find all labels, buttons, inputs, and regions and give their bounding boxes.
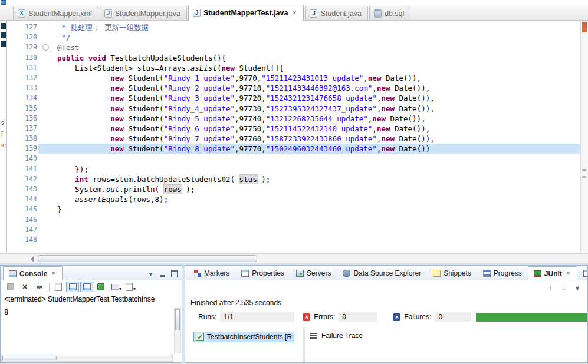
annotation-ruler-cell[interactable] <box>8 22 19 32</box>
pin-console-icon[interactable] <box>94 282 107 292</box>
open-console-icon[interactable] <box>123 282 136 292</box>
code-line-147[interactable]: 147 <box>8 225 580 235</box>
editor-tab-studentmapper-java[interactable]: StudentMapper.java <box>100 6 187 20</box>
view-menu-icon[interactable] <box>573 284 582 292</box>
code-line-141[interactable]: 141 }); <box>8 164 580 174</box>
code-line-137[interactable]: 137 new Student("Rindy_6_update",97750,"… <box>8 124 580 134</box>
view-tab-properties[interactable]: Properties <box>235 266 290 280</box>
annotation-ruler-cell[interactable] <box>8 204 19 214</box>
annotation-ruler-cell[interactable] <box>8 93 19 103</box>
console-output[interactable]: 8 <box>1 304 182 320</box>
view-tab-sql-r[interactable]: SQL R <box>577 266 587 280</box>
scrollbar-thumb[interactable] <box>175 309 180 330</box>
junit-icon <box>534 270 541 277</box>
code-line-142[interactable]: 142 int rows=stum.batchUpdateStudents02(… <box>8 174 580 184</box>
occurrence-marker[interactable] <box>582 169 586 171</box>
code-line-128[interactable]: 128 */ <box>8 32 580 42</box>
code-line-132[interactable]: 132 new Student("Rindy_1_update",9770,"1… <box>8 73 580 83</box>
editor-tab-studentmapper-xml[interactable]: StudentMapper.xml <box>13 6 98 20</box>
annotation-ruler-cell[interactable] <box>8 164 19 174</box>
close-icon[interactable] <box>50 270 57 277</box>
code-line-136[interactable]: 136 new Student("Rindy_5_update",97740,"… <box>8 114 580 124</box>
servers-icon <box>296 270 304 277</box>
annotation-ruler-cell[interactable] <box>8 83 19 93</box>
previous-failure-icon[interactable] <box>546 284 554 292</box>
maximize-icon[interactable] <box>170 270 178 277</box>
view-tab-markers[interactable]: Markers <box>188 266 235 280</box>
console-vertical-scrollbar[interactable] <box>174 308 181 353</box>
annotation-ruler-cell[interactable] <box>8 53 19 63</box>
code-line-139[interactable]: 139 new Student("Rindy_8_update",97770,"… <box>8 144 580 154</box>
view-tab-data-source-explorer[interactable]: Data Source Explorer <box>337 266 427 280</box>
display-console-icon[interactable] <box>109 282 121 292</box>
code-line-135[interactable]: 135 new Student("Rindy_4_update",97730,"… <box>8 104 580 114</box>
show-stderr-icon[interactable] <box>80 282 93 292</box>
occurrence-marker[interactable] <box>582 176 586 178</box>
editor-tab-student-java[interactable]: Student.java <box>305 6 368 20</box>
annotation-ruler-cell[interactable] <box>8 215 19 225</box>
editor-horizontal-scrollbar[interactable] <box>0 253 588 263</box>
line-number: 140 <box>19 154 38 164</box>
annotation-ruler-cell[interactable] <box>8 134 19 144</box>
code-token: new <box>368 74 382 82</box>
remove-all-launches-icon[interactable] <box>32 282 45 292</box>
scrollbar-thumb[interactable] <box>2 356 57 360</box>
annotation-ruler-cell[interactable] <box>8 144 19 154</box>
code-line-143[interactable]: 143 System.out.println( rows ); <box>8 184 580 194</box>
overview-marker[interactable] <box>582 22 587 32</box>
code-line-138[interactable]: 138 new Student("Rindy_7_update",97760,"… <box>8 134 580 144</box>
terminate-icon[interactable] <box>4 282 17 292</box>
close-icon[interactable] <box>565 270 571 277</box>
junit-test-tree[interactable]: TestbatchInsertStudents [R <box>185 327 303 362</box>
view-tab-console[interactable]: Console <box>3 266 63 280</box>
code-line-131[interactable]: 131 List<Student> stus=Arrays.asList(new… <box>8 63 580 73</box>
collapse-icon[interactable] <box>42 44 49 51</box>
code-line-148[interactable]: 148 <box>8 235 580 245</box>
annotation-ruler-cell[interactable] <box>8 235 19 245</box>
annotation-ruler-cell[interactable] <box>8 184 19 194</box>
annotation-ruler-cell[interactable] <box>8 174 19 184</box>
annotation-ruler-cell[interactable] <box>8 104 19 114</box>
tree-item-test[interactable]: TestbatchInsertStudents [R <box>193 332 294 342</box>
view-tab-snippets[interactable]: Snippets <box>427 266 477 280</box>
editor-area[interactable]: s[ie 127 * 批处理： 更新一组数据128 */129@Test130p… <box>0 21 588 253</box>
menu-caret-icon[interactable] <box>133 286 136 292</box>
code-line-140[interactable]: 140 <box>8 154 580 164</box>
code-line-129[interactable]: 129@Test <box>8 42 580 52</box>
editor-tab-studentmappertest-java[interactable]: StudentMapperTest.java <box>188 5 304 21</box>
remove-launch-icon[interactable] <box>18 282 31 292</box>
code-text: new Student("Rindy_8_update",97770,"1502… <box>54 144 580 154</box>
code-line-146[interactable]: 146 <box>8 215 580 225</box>
menu-caret-icon[interactable] <box>119 286 121 292</box>
annotation-ruler-cell[interactable] <box>8 114 19 124</box>
overview-ruler[interactable] <box>580 21 588 253</box>
code-line-130[interactable]: 130public void TestbatchUpdateStudents()… <box>8 53 580 63</box>
app-window-icon <box>1 0 6 5</box>
clear-console-icon[interactable] <box>52 282 65 292</box>
minimize-icon[interactable] <box>159 270 166 277</box>
code-line-127[interactable]: 127 * 批处理： 更新一组数据 <box>8 22 580 32</box>
close-icon[interactable] <box>291 10 297 16</box>
view-tab-junit[interactable]: JUnit <box>528 266 577 280</box>
show-stdout-icon[interactable] <box>66 282 79 292</box>
next-failure-icon[interactable] <box>560 284 568 292</box>
view-menu-icon[interactable] <box>147 270 155 277</box>
scrollbar-thumb[interactable] <box>38 255 257 262</box>
annotation-ruler-cell[interactable] <box>8 124 19 134</box>
code-line-145[interactable]: 145} <box>8 204 580 214</box>
editor-tab-db-sql[interactable]: db.sql <box>369 6 410 20</box>
annotation-ruler-cell[interactable] <box>8 194 19 204</box>
annotation-ruler-cell[interactable] <box>8 32 19 42</box>
annotation-ruler-cell[interactable] <box>8 225 19 235</box>
code-line-144[interactable]: 144 assertEquals(rows,8); <box>8 194 580 204</box>
console-horizontal-scrollbar[interactable] <box>1 355 173 362</box>
annotation-ruler-cell[interactable] <box>8 73 19 83</box>
code-line-134[interactable]: 134 new Student("Rindy_3_update",97720,"… <box>8 93 580 103</box>
code-line-133[interactable]: 133 new Student("Rindy_2_update",97710,"… <box>8 83 580 93</box>
view-tab-progress[interactable]: Progress <box>477 266 528 280</box>
annotation-ruler-cell[interactable] <box>8 63 19 73</box>
annotation-ruler-cell[interactable] <box>8 154 19 164</box>
view-tab-servers[interactable]: Servers <box>290 266 337 280</box>
scroll-left-icon[interactable] <box>31 256 34 262</box>
annotation-ruler-cell[interactable] <box>8 42 19 52</box>
